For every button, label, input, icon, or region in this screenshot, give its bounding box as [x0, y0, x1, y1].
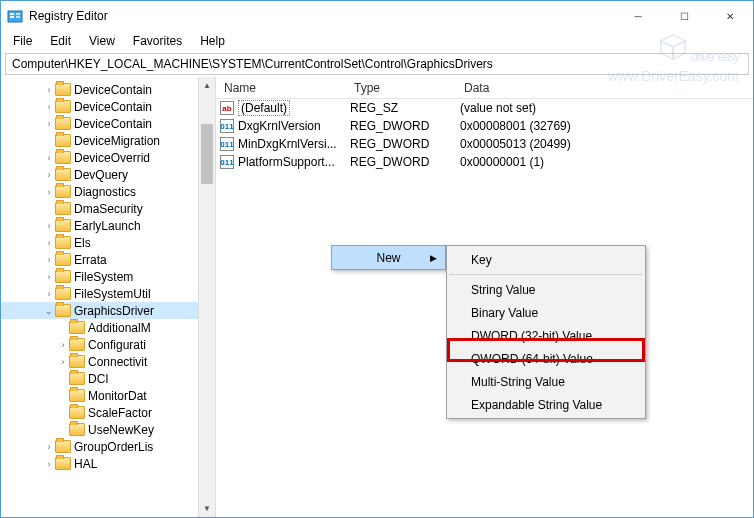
tree-item-label: AdditionalM: [88, 321, 151, 335]
ctx-item[interactable]: DWORD (32-bit) Value: [447, 324, 645, 347]
tree-item[interactable]: ›DeviceContain: [1, 98, 215, 115]
tree-item[interactable]: ›FileSystem: [1, 268, 215, 285]
folder-icon: [55, 117, 71, 130]
registry-editor-window: Registry Editor ─ ☐ ✕ FileEditViewFavori…: [0, 0, 754, 518]
tree-item[interactable]: DeviceMigration: [1, 132, 215, 149]
expand-chevron-icon[interactable]: ›: [43, 170, 55, 180]
folder-icon: [55, 270, 71, 283]
tree-item-label: MonitorDat: [88, 389, 147, 403]
tree-item[interactable]: DCI: [1, 370, 215, 387]
expand-chevron-icon[interactable]: ›: [43, 442, 55, 452]
folder-icon: [55, 151, 71, 164]
ctx-separator: [449, 274, 643, 275]
tree-item[interactable]: ›DeviceContain: [1, 81, 215, 98]
expand-chevron-icon[interactable]: ›: [57, 340, 69, 350]
tree-item[interactable]: DmaSecurity: [1, 200, 215, 217]
ctx-item[interactable]: Key: [447, 248, 645, 271]
folder-icon: [55, 219, 71, 232]
scroll-down-button[interactable]: ▼: [199, 500, 215, 517]
tree-item[interactable]: AdditionalM: [1, 319, 215, 336]
folder-icon: [55, 440, 71, 453]
ctx-item-label: Expandable String Value: [471, 398, 602, 412]
ctx-new-item[interactable]: New ▶: [332, 246, 445, 269]
tree-item[interactable]: ›HAL: [1, 455, 215, 472]
tree-item-label: GraphicsDriver: [74, 304, 154, 318]
scroll-up-button[interactable]: ▲: [199, 77, 215, 94]
ctx-item[interactable]: Binary Value: [447, 301, 645, 324]
list-header[interactable]: Name Type Data: [216, 77, 753, 99]
menu-file[interactable]: File: [5, 32, 40, 50]
tree-scrollbar[interactable]: ▲ ▼: [198, 77, 215, 517]
tree-item[interactable]: ›Diagnostics: [1, 183, 215, 200]
context-menu-primary: New ▶: [331, 245, 446, 270]
ctx-item[interactable]: String Value: [447, 278, 645, 301]
scroll-track[interactable]: [199, 94, 215, 500]
tree-item-label: EarlyLaunch: [74, 219, 141, 233]
ctx-item[interactable]: QWORD (64-bit) Value: [447, 347, 645, 370]
expand-chevron-icon[interactable]: ›: [57, 357, 69, 367]
tree-item[interactable]: ⌄GraphicsDriver: [1, 302, 215, 319]
value-name: MinDxgKrnlVersi...: [238, 137, 337, 151]
menu-edit[interactable]: Edit: [42, 32, 79, 50]
tree-item-label: Els: [74, 236, 91, 250]
expand-chevron-icon[interactable]: ›: [43, 153, 55, 163]
tree-item-label: HAL: [74, 457, 97, 471]
expand-chevron-icon[interactable]: ›: [43, 459, 55, 469]
expand-chevron-icon[interactable]: ›: [43, 221, 55, 231]
ctx-item[interactable]: Multi-String Value: [447, 370, 645, 393]
expand-chevron-icon[interactable]: ›: [43, 102, 55, 112]
svg-rect-1: [10, 13, 14, 15]
tree-item[interactable]: UseNewKey: [1, 421, 215, 438]
tree-item[interactable]: ›DeviceContain: [1, 115, 215, 132]
tree-item[interactable]: ›GroupOrderLis: [1, 438, 215, 455]
folder-icon: [69, 406, 85, 419]
tree-item-label: DeviceContain: [74, 117, 152, 131]
col-header-type[interactable]: Type: [346, 81, 456, 95]
expand-chevron-icon[interactable]: ›: [43, 119, 55, 129]
tree-item-label: Configurati: [88, 338, 146, 352]
tree-item[interactable]: ›Errata: [1, 251, 215, 268]
scroll-thumb[interactable]: [201, 124, 213, 184]
minimize-button[interactable]: ─: [615, 1, 661, 31]
value-row[interactable]: 011MinDxgKrnlVersi...REG_DWORD0x00005013…: [216, 135, 753, 153]
close-button[interactable]: ✕: [707, 1, 753, 31]
tree-item[interactable]: ›DeviceOverrid: [1, 149, 215, 166]
maximize-button[interactable]: ☐: [661, 1, 707, 31]
tree-item-label: DevQuery: [74, 168, 128, 182]
tree-item[interactable]: MonitorDat: [1, 387, 215, 404]
tree-item[interactable]: ›DevQuery: [1, 166, 215, 183]
menu-help[interactable]: Help: [192, 32, 233, 50]
window-controls: ─ ☐ ✕: [615, 1, 753, 31]
tree-panel[interactable]: ›DeviceContain›DeviceContain›DeviceConta…: [1, 77, 216, 517]
tree-item[interactable]: ›Connectivit: [1, 353, 215, 370]
tree-item[interactable]: ›FileSystemUtil: [1, 285, 215, 302]
value-row[interactable]: ab(Default)REG_SZ(value not set): [216, 99, 753, 117]
tree-item[interactable]: ›Els: [1, 234, 215, 251]
menu-favorites[interactable]: Favorites: [125, 32, 190, 50]
expand-chevron-icon[interactable]: ›: [43, 289, 55, 299]
expand-chevron-icon[interactable]: ›: [43, 272, 55, 282]
address-bar[interactable]: Computer\HKEY_LOCAL_MACHINE\SYSTEM\Curre…: [5, 53, 749, 75]
ctx-item[interactable]: Expandable String Value: [447, 393, 645, 416]
menu-view[interactable]: View: [81, 32, 123, 50]
folder-icon: [69, 338, 85, 351]
expand-chevron-icon[interactable]: ›: [43, 238, 55, 248]
tree-item[interactable]: ScaleFactor: [1, 404, 215, 421]
value-data: 0x00000001 (1): [456, 155, 753, 169]
value-type: REG_DWORD: [346, 155, 456, 169]
value-row[interactable]: 011PlatformSupport...REG_DWORD0x00000001…: [216, 153, 753, 171]
expand-chevron-icon[interactable]: ⌄: [43, 306, 55, 316]
expand-chevron-icon[interactable]: ›: [43, 255, 55, 265]
folder-icon: [69, 372, 85, 385]
expand-chevron-icon[interactable]: ›: [43, 187, 55, 197]
tree-item[interactable]: ›Configurati: [1, 336, 215, 353]
col-header-name[interactable]: Name: [216, 81, 346, 95]
value-row[interactable]: 011DxgKrnlVersionREG_DWORD0x00008001 (32…: [216, 117, 753, 135]
ctx-item-label: Binary Value: [471, 306, 538, 320]
value-type: REG_DWORD: [346, 119, 456, 133]
ctx-item-label: Key: [471, 253, 492, 267]
expand-chevron-icon[interactable]: ›: [43, 85, 55, 95]
tree-item[interactable]: ›EarlyLaunch: [1, 217, 215, 234]
col-header-data[interactable]: Data: [456, 81, 753, 95]
binary-value-icon: 011: [220, 155, 234, 169]
